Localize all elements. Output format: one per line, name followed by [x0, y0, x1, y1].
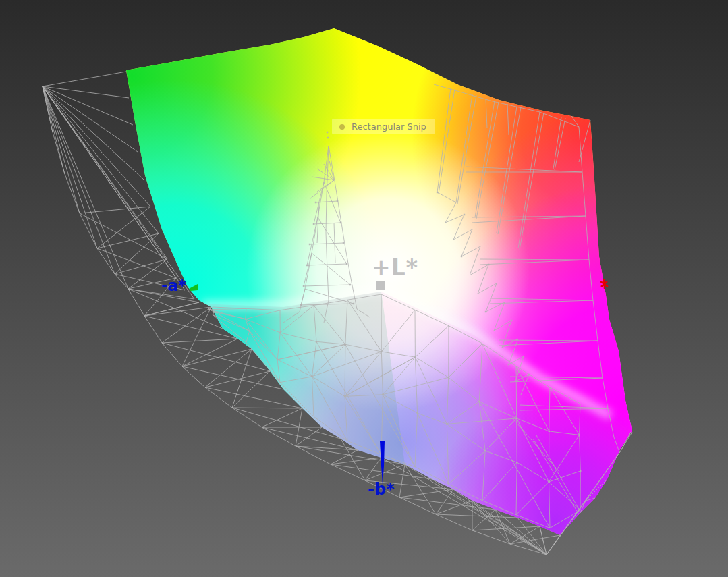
gamut-3d-viewport[interactable]: Rectangular Snip +L* -a* -b* — [0, 0, 728, 577]
gamut-comparison-canvas[interactable] — [0, 0, 728, 577]
l-axis-label: +L* — [372, 254, 418, 281]
snip-icon — [339, 124, 345, 130]
a-axis-negative-label: -a* — [161, 277, 186, 294]
b-axis-negative-label: -b* — [368, 480, 395, 499]
rectangular-snip-tooltip: Rectangular Snip — [332, 119, 435, 134]
l-axis-origin-marker — [376, 281, 385, 290]
snip-tooltip-label: Rectangular Snip — [352, 121, 426, 132]
